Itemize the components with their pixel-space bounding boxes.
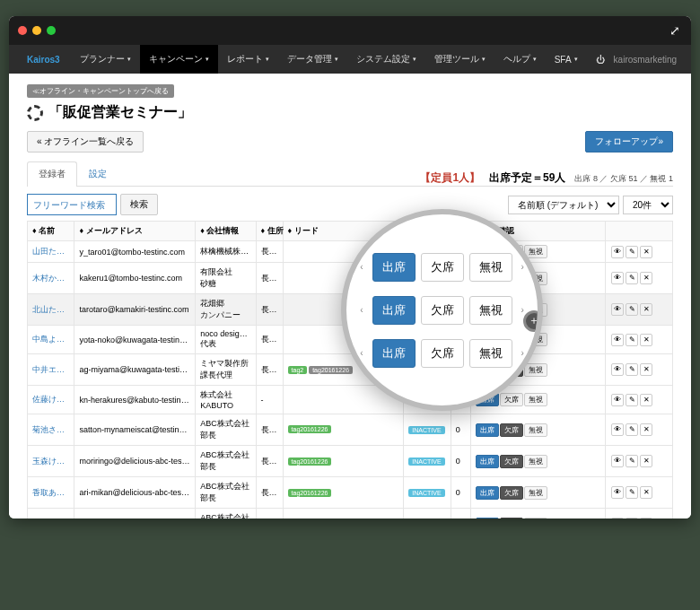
attend-present-button[interactable]: 出席: [476, 486, 499, 500]
edit-icon[interactable]: ✎: [626, 423, 638, 436]
power-icon[interactable]: ⏻: [587, 45, 614, 74]
lens-attend-button[interactable]: 出席: [372, 253, 416, 282]
delete-icon[interactable]: ✕: [640, 455, 652, 467]
edit-icon[interactable]: ✎: [626, 394, 638, 406]
attend-absent-button[interactable]: 欠席: [500, 486, 523, 500]
name-cell[interactable]: 佐藤けんと: [28, 386, 74, 414]
edit-icon[interactable]: ✎: [626, 303, 638, 316]
company-cell: 林檎機械株式会社: [196, 241, 256, 263]
back-to-top-pill[interactable]: ≪オフライン・キャンペーントップへ戻る: [27, 84, 174, 98]
name-cell[interactable]: 香取ありさ: [28, 477, 74, 509]
edit-icon[interactable]: ✎: [626, 334, 638, 346]
name-cell[interactable]: 中島ようた: [28, 326, 74, 354]
menu-item[interactable]: データ管理 ▾: [278, 45, 347, 74]
view-icon[interactable]: 👁: [611, 334, 624, 346]
delete-icon[interactable]: ✕: [640, 363, 652, 376]
column-header[interactable]: [606, 222, 673, 241]
name-cell[interactable]: 菊池さとし: [28, 414, 74, 446]
view-icon[interactable]: 👁: [611, 272, 624, 284]
delete-icon[interactable]: ✕: [640, 246, 652, 258]
brand-logo[interactable]: Kairos3: [27, 55, 60, 65]
sort-select[interactable]: 名前順 (デフォルト): [508, 196, 619, 214]
zoom-dot[interactable]: [47, 26, 56, 35]
edit-icon[interactable]: ✎: [626, 363, 638, 376]
view-icon[interactable]: 👁: [611, 486, 624, 499]
close-dot[interactable]: [18, 26, 27, 35]
menu-item[interactable]: キャンペーン ▾: [140, 45, 218, 74]
lens-ignore-button[interactable]: 無視: [469, 253, 512, 282]
lens-attend-button[interactable]: 出席: [372, 339, 416, 368]
lens-absent-button[interactable]: 欠席: [421, 339, 464, 368]
name-cell[interactable]: 山田たろう: [28, 241, 74, 263]
delete-icon[interactable]: ✕: [640, 486, 652, 499]
delete-icon[interactable]: ✕: [640, 394, 652, 406]
column-header[interactable]: ♦ 名前: [28, 222, 74, 241]
followup-button[interactable]: フォローアップ»: [585, 131, 673, 152]
attend-present-button[interactable]: 出席: [476, 423, 499, 437]
minimize-dot[interactable]: [32, 26, 41, 35]
attend-present-button[interactable]: 出席: [476, 455, 499, 468]
tabs: 登録者設定: [27, 161, 118, 186]
name-cell[interactable]: 玉森けんし: [28, 446, 74, 477]
menu-item[interactable]: SFA ▾: [546, 45, 587, 74]
search-button[interactable]: 検索: [120, 194, 158, 215]
stats: 【定員1人】 出席予定＝59人 出席 8 ／ 欠席 51 ／ 無視 1: [420, 170, 673, 186]
menu-item[interactable]: レポート ▾: [218, 45, 278, 74]
delete-icon[interactable]: ✕: [640, 303, 652, 316]
attend-ignore-button[interactable]: 無視: [524, 363, 547, 377]
attend-absent-button[interactable]: 欠席: [500, 518, 523, 519]
mail-cell: kakeru1@tombo-testinc.com: [74, 263, 196, 294]
attend-absent-button[interactable]: 欠席: [500, 455, 523, 468]
edit-icon[interactable]: ✎: [626, 518, 638, 518]
lens-ignore-button[interactable]: 無視: [469, 339, 512, 368]
attend-ignore-button[interactable]: 無視: [524, 423, 547, 437]
delete-icon[interactable]: ✕: [640, 272, 652, 284]
view-icon[interactable]: 👁: [611, 246, 624, 258]
search-input[interactable]: [27, 194, 117, 215]
lens-ignore-button[interactable]: 無視: [469, 296, 512, 325]
tab[interactable]: 設定: [77, 161, 118, 186]
tab[interactable]: 登録者: [27, 161, 77, 187]
delete-icon[interactable]: ✕: [640, 518, 652, 518]
edit-icon[interactable]: ✎: [626, 486, 638, 499]
attend-ignore-button[interactable]: 無視: [524, 393, 547, 406]
edit-icon[interactable]: ✎: [626, 272, 638, 284]
lens-absent-button[interactable]: 欠席: [421, 253, 464, 282]
delete-icon[interactable]: ✕: [640, 334, 652, 346]
user-link[interactable]: kairosmarketing: [614, 55, 678, 65]
address-cell: 長野県: [256, 354, 283, 386]
expand-icon[interactable]: ⤢: [669, 23, 680, 38]
edit-icon[interactable]: ✎: [626, 455, 638, 467]
action-cell: 👁✎✕: [606, 446, 673, 477]
lens-attend-button[interactable]: 出席: [372, 296, 416, 325]
attend-ignore-button[interactable]: 無視: [524, 518, 547, 519]
name-cell[interactable]: 中井エイジ: [28, 354, 74, 386]
view-icon[interactable]: 👁: [611, 303, 624, 316]
attend-ignore-button[interactable]: 無視: [524, 486, 547, 500]
view-icon[interactable]: 👁: [611, 423, 624, 436]
attend-ignore-button[interactable]: 無視: [524, 455, 547, 468]
lens-absent-button[interactable]: 欠席: [421, 296, 464, 325]
menu-item[interactable]: システム設定 ▾: [347, 45, 425, 74]
attend-absent-button[interactable]: 欠席: [500, 393, 523, 406]
column-header[interactable]: ♦ 会社情報: [196, 222, 256, 241]
menu-item[interactable]: プランナー ▾: [71, 45, 140, 74]
back-to-list-button[interactable]: « オフライン一覧へ戻る: [27, 131, 144, 152]
column-header[interactable]: ♦ メールアドレス: [74, 222, 196, 241]
name-cell[interactable]: 木村かける: [28, 263, 74, 294]
menu-item[interactable]: 管理ツール ▾: [425, 45, 494, 74]
view-icon[interactable]: 👁: [611, 455, 624, 467]
delete-icon[interactable]: ✕: [640, 423, 652, 436]
attend-present-button[interactable]: 出席: [476, 518, 499, 519]
view-icon[interactable]: 👁: [611, 518, 624, 518]
titlebar: ⤢: [9, 16, 691, 45]
page-size-select[interactable]: 20件: [623, 196, 673, 214]
name-cell[interactable]: 北山たろう: [28, 294, 74, 326]
view-icon[interactable]: 👁: [611, 363, 624, 376]
column-header[interactable]: ♦ 住所: [256, 222, 283, 241]
edit-icon[interactable]: ✎: [626, 246, 638, 258]
view-icon[interactable]: 👁: [611, 394, 624, 406]
menu-item[interactable]: ヘルプ ▾: [494, 45, 546, 74]
name-cell[interactable]: 鹿ヶ谷かおる: [28, 509, 74, 519]
attend-absent-button[interactable]: 欠席: [500, 423, 523, 437]
